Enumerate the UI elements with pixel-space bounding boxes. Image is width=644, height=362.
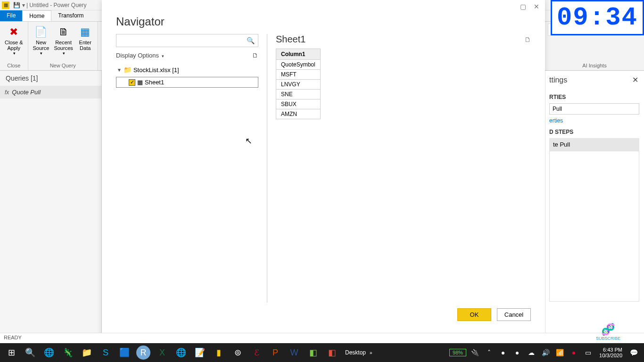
table-row: QuoteSymbol [276, 60, 321, 70]
preview-title: Sheet1 [276, 34, 305, 45]
subscribe-watermark: 🧬 SUBSCRIBE [596, 323, 620, 341]
table-row: AMZN [276, 109, 321, 119]
tab-home[interactable]: Home [22, 10, 51, 21]
dialog-maximize-icon[interactable]: ▢ [520, 3, 526, 10]
group-label-newquery: New Query [31, 62, 95, 70]
taskbar-app-4[interactable]: ◧ [322, 343, 341, 362]
navigator-preview-pane: Sheet1 🗋 Column1 QuoteSymbol MSFT LNVGY … [267, 34, 531, 303]
clock[interactable]: 6:43 PM 10/3/2020 [596, 347, 625, 358]
app-icon: ▦ [2, 1, 9, 9]
dialog-close-icon[interactable]: ✕ [534, 3, 539, 10]
taskbar-app-3[interactable]: ⊚ [228, 343, 247, 362]
properties-label: RTIES [549, 94, 644, 100]
steps-label: D STEPS [549, 129, 644, 135]
query-name-input[interactable] [549, 103, 639, 115]
preview-table: Column1 QuoteSymbol MSFT LNVGY SNE SBUX … [276, 49, 321, 119]
preview-refresh-icon[interactable]: 🗋 [524, 36, 531, 43]
tab-transform[interactable]: Transform [51, 10, 90, 21]
query-item-label: Quote Pull [12, 89, 41, 96]
taskbar-app-1[interactable]: 🌐 [40, 343, 58, 362]
tree-file-label: StockList.xlsx [1] [133, 66, 179, 74]
clock-date: 10/3/2020 [599, 353, 622, 358]
action-center-icon[interactable]: ▭ [582, 343, 594, 362]
skype-icon[interactable]: S [96, 343, 115, 362]
recent-sources-button[interactable]: 🗎 Recent Sources▾ [52, 24, 74, 57]
status-text: READY [4, 335, 22, 340]
table-row: MSFT [276, 70, 321, 80]
dragon-icon[interactable]: ℰ [247, 343, 266, 362]
tray-overflow-icon[interactable]: ˄ [483, 343, 495, 362]
enter-data-label: Enter Data [79, 40, 91, 51]
search-button[interactable]: 🔍 [21, 343, 40, 362]
new-source-button[interactable]: 📄 New Source▾ [31, 24, 51, 57]
tree-sheet-label: Sheet1 [145, 79, 164, 86]
dialog-title: Navigator [102, 13, 545, 34]
volume-icon[interactable]: 🔊 [540, 343, 551, 362]
desktop-toolbar[interactable]: Desktop [345, 349, 366, 356]
dna-icon: 🧬 [596, 323, 620, 336]
navigator-tree: ▼ 📁 StockList.xlsx [1] ✓ ▦ Sheet1 [116, 65, 258, 88]
close-apply-label: Close & Apply [5, 40, 23, 51]
all-properties-link[interactable]: erties [549, 117, 644, 124]
applied-step[interactable]: te Pull [549, 138, 639, 151]
subscribe-label: SUBSCRIBE [596, 336, 620, 341]
new-source-label: New Source [33, 40, 50, 51]
settings-close-icon[interactable]: ✕ [632, 75, 638, 84]
r-icon[interactable]: R [136, 346, 150, 360]
camtasia-icon[interactable]: ◧ [304, 343, 322, 362]
display-options-button[interactable]: Display Options ▾ [116, 52, 164, 59]
taskbar-app-2[interactable]: 🦎 [58, 343, 77, 362]
navigator-dialog: ▢ ✕ Navigator 🔍 Display Options ▾ 🗋 ▼ 📁 … [102, 0, 545, 343]
column-header[interactable]: Column1 [276, 49, 321, 60]
file-explorer-icon[interactable]: 📁 [77, 343, 96, 362]
tray-icon-1[interactable]: ● [497, 343, 509, 362]
queries-panel: Queries [1] fx Quote Pull [0, 71, 102, 343]
qat-dropdown-icon[interactable]: ▾ [22, 2, 25, 8]
word-icon[interactable]: W [285, 343, 304, 362]
timer-overlay: 09:34 [551, 0, 644, 35]
power-icon[interactable]: 🔌 [469, 343, 480, 362]
fx-icon: fx [5, 89, 9, 96]
tree-file-node[interactable]: ▼ 📁 StockList.xlsx [1] [116, 65, 258, 75]
window-title: Untitled - Power Query [29, 2, 86, 8]
close-apply-button[interactable]: ✖ Close & Apply ▾ [3, 24, 25, 57]
refresh-tree-icon[interactable]: 🗋 [252, 52, 258, 59]
ribbon-group-close: ✖ Close & Apply ▾ Close [0, 22, 28, 70]
tray-icon-3[interactable]: ● [568, 343, 579, 362]
network-icon[interactable]: 📶 [554, 343, 565, 362]
chrome-icon[interactable]: 🌐 [172, 343, 190, 362]
taskbar: ⊞ 🔍 🌐 🦎 📁 S 🟦 R X 🌐 📝 ▮ ⊚ ℰ P W ◧ ◧ Desk… [0, 343, 644, 362]
tree-sheet-node[interactable]: ✓ ▦ Sheet1 [116, 77, 258, 88]
sheet-checkbox[interactable]: ✓ [129, 79, 135, 86]
navigator-tree-pane: 🔍 Display Options ▾ 🗋 ▼ 📁 StockList.xlsx… [116, 34, 267, 303]
clock-time: 6:43 PM [599, 347, 622, 353]
caret-down-icon: ▼ [117, 67, 122, 73]
search-icon[interactable]: 🔍 [247, 37, 255, 44]
excel-icon[interactable]: X [153, 343, 172, 362]
cancel-button[interactable]: Cancel [497, 308, 531, 321]
query-item[interactable]: fx Quote Pull [0, 86, 101, 99]
queries-header: Queries [1] [0, 71, 101, 86]
ok-button[interactable]: OK [457, 308, 491, 321]
tab-file[interactable]: File [0, 10, 22, 21]
notepad-icon[interactable]: 📝 [190, 343, 209, 362]
start-button[interactable]: ⊞ [2, 343, 21, 362]
notifications-icon[interactable]: 💬 [628, 343, 639, 362]
tray-icon-2[interactable]: ● [512, 343, 523, 362]
powerbi-icon[interactable]: ▮ [209, 343, 228, 362]
settings-header: ttings [549, 76, 567, 84]
table-row: SNE [276, 90, 321, 99]
navigator-search-input[interactable] [116, 34, 258, 47]
group-label-ai: AI Insights [548, 62, 641, 70]
battery-indicator[interactable]: 98% [449, 349, 466, 356]
chevron-right-icon[interactable]: » [370, 350, 372, 355]
enter-data-button[interactable]: ▦ Enter Data [76, 24, 95, 57]
steps-list [549, 151, 639, 302]
folder-icon: 📁 [124, 66, 132, 74]
powerpoint-icon[interactable]: P [266, 343, 285, 362]
snagit-icon[interactable]: 🟦 [115, 343, 134, 362]
status-bar: READY [0, 333, 644, 343]
table-row: LNVGY [276, 80, 321, 90]
save-icon[interactable]: 💾 [13, 2, 20, 8]
onedrive-icon[interactable]: ☁ [526, 343, 537, 362]
